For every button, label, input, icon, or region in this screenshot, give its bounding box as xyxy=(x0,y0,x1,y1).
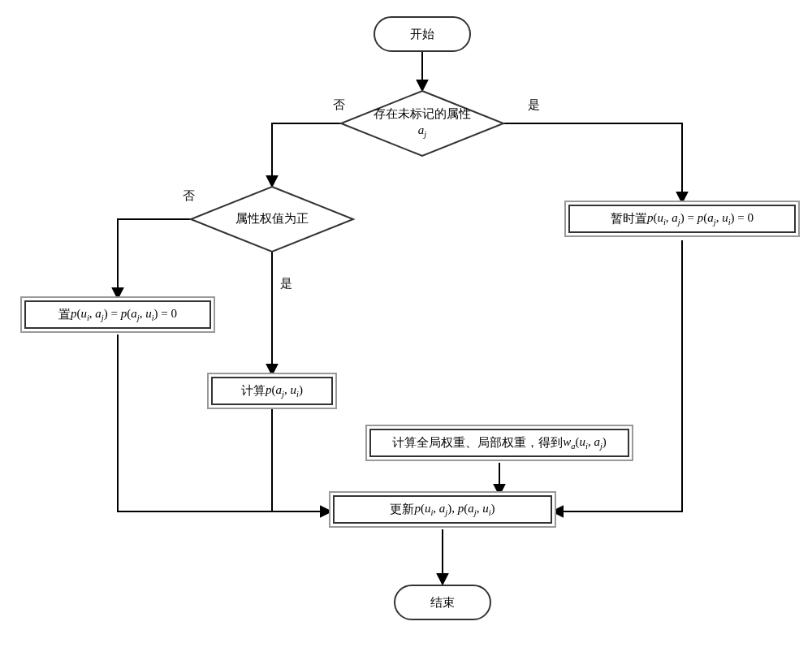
set-prefix: 置 xyxy=(58,307,71,322)
process-temp-set-zero: 暂时置 p(ui, aj) = p(aj, ui) = 0 xyxy=(568,205,796,233)
update-expr: p(ui, aj), p(aj, ui) xyxy=(414,502,495,517)
calc-prefix: 计算 xyxy=(241,383,266,399)
d1-line1: 存在未标记的属性 xyxy=(374,106,471,123)
start-node: 开始 xyxy=(374,16,471,52)
end-label: 结束 xyxy=(430,595,455,611)
calc-expr: p(aj, ui) xyxy=(266,383,303,399)
update-prefix: 更新 xyxy=(390,502,414,517)
end-node: 结束 xyxy=(394,585,491,620)
process-set-zero: 置 p(ui, aj) = p(aj, ui) = 0 xyxy=(24,300,211,329)
d1-no-label: 否 xyxy=(333,97,345,113)
decision-unmarked-attr: 存在未标记的属性 aj xyxy=(341,91,503,156)
temp-prefix: 暂时置 xyxy=(611,211,647,227)
start-label: 开始 xyxy=(410,27,434,42)
process-update: 更新 p(ui, aj), p(aj, ui) xyxy=(333,495,552,524)
set-expr: p(ui, aj) = p(aj, ui) = 0 xyxy=(71,307,177,322)
weight-text: 计算全局权重、局部权重，得到 xyxy=(392,435,563,451)
process-calc-weights: 计算全局权重、局部权重，得到 wa(ui, aj) xyxy=(369,429,629,457)
d2-no-label: 否 xyxy=(183,188,195,204)
d1-yes-label: 是 xyxy=(528,97,540,113)
d2-yes-label: 是 xyxy=(280,276,292,291)
process-calc-p: 计算 p(aj, ui) xyxy=(211,377,333,405)
decision-weight-positive: 属性权值为正 xyxy=(191,187,353,252)
weight-expr: wa(ui, aj) xyxy=(563,435,607,451)
temp-expr: p(ui, aj) = p(aj, ui) = 0 xyxy=(647,211,754,227)
d2-text: 属性权值为正 xyxy=(235,211,309,227)
d1-math: aj xyxy=(418,123,426,140)
